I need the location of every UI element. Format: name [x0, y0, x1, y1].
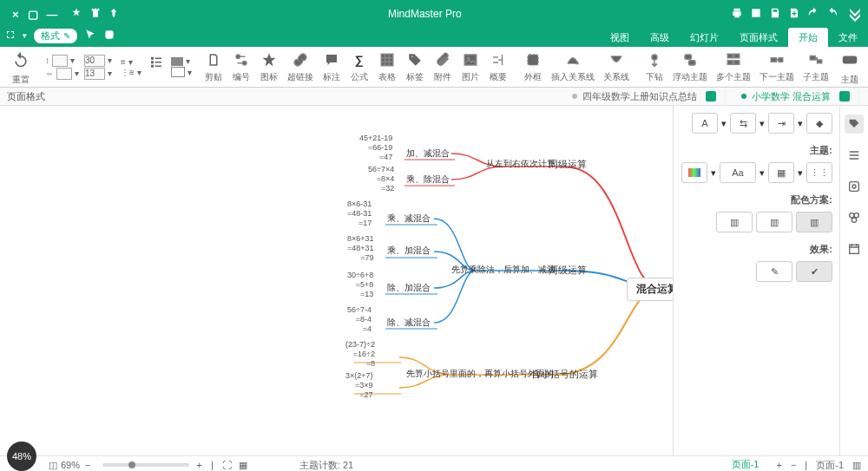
- tab-slideshow[interactable]: 幻灯片: [680, 28, 729, 47]
- ribbon-relation[interactable]: 关系线: [600, 50, 633, 83]
- print-icon[interactable]: [731, 7, 743, 21]
- detail-node[interactable]: 56÷7-4=8-4=4: [347, 305, 372, 333]
- tab-view[interactable]: 视图: [600, 28, 640, 47]
- detail-node[interactable]: (23-7)÷2=16÷2=8: [345, 340, 375, 368]
- chevron-down-icon[interactable]: ▾: [23, 31, 27, 40]
- sub-node[interactable]: 从左到右依次计算: [486, 158, 556, 170]
- close-icon[interactable]: ×: [12, 8, 19, 21]
- target-icon[interactable]: [103, 29, 115, 43]
- scheme-btn[interactable]: ▥: [716, 212, 753, 232]
- ribbon-sub[interactable]: 子主题: [799, 50, 832, 83]
- ribbon-reset[interactable]: 重置: [5, 48, 36, 86]
- undo-icon[interactable]: [826, 7, 838, 21]
- fit-icon[interactable]: ⛶: [222, 460, 232, 470]
- mindmap-root[interactable]: 混合运算: [627, 278, 673, 301]
- redo-icon[interactable]: [807, 7, 819, 21]
- ribbon-topic[interactable]: 主题: [834, 48, 865, 86]
- ribbon-icon[interactable]: 图标: [256, 50, 282, 83]
- theme-more-btn[interactable]: ⋮⋮: [806, 162, 832, 183]
- expand-icon[interactable]: [5, 29, 16, 42]
- pin-icon[interactable]: [108, 8, 119, 20]
- ribbon-next[interactable]: 下一主题: [756, 50, 798, 83]
- close-page-icon[interactable]: −: [791, 460, 796, 470]
- effect-btn[interactable]: ✔: [796, 261, 832, 282]
- panel-font-btn[interactable]: A: [692, 113, 718, 134]
- page-tab[interactable]: 页面-1: [723, 456, 768, 472]
- minimize-icon[interactable]: —: [47, 8, 58, 21]
- ribbon-link[interactable]: 超链接: [284, 50, 317, 83]
- ribbon-number[interactable]: 编号: [228, 50, 254, 83]
- ribbon-note[interactable]: 标注: [319, 50, 345, 83]
- doc-tab-2[interactable]: 小学数学 混合运算: [733, 88, 859, 106]
- ribbon-summary[interactable]: 概要: [485, 50, 511, 83]
- rail-list-icon[interactable]: [845, 146, 864, 165]
- zoom-slider[interactable]: [102, 463, 189, 467]
- doc-tab-1[interactable]: 四年级数学上册知识点总结: [563, 88, 726, 106]
- ribbon-frame[interactable]: 外框: [520, 50, 546, 83]
- ribbon-table[interactable]: 表格: [374, 50, 400, 83]
- panel-indent-btn[interactable]: ⇥: [768, 113, 794, 134]
- ribbon-num-group[interactable]: 30▾ 13▾: [84, 55, 112, 80]
- add-page-icon[interactable]: +: [776, 460, 781, 470]
- detail-node[interactable]: 8×6+31=48+31=79: [347, 234, 374, 262]
- format-pill[interactable]: 格式 ✎: [34, 29, 77, 43]
- tab-pagestyle[interactable]: 页面样式: [729, 28, 788, 47]
- detail-node[interactable]: 45+21-19=66-19=47: [359, 134, 392, 161]
- overview-icon[interactable]: ◫: [49, 460, 57, 471]
- leaf-node[interactable]: 乘、减混合: [387, 213, 431, 225]
- section-effect-label: 效果:: [681, 243, 832, 256]
- canvas[interactable]: 混合运算 同级运算 从左到右依次计算 加、减混合 乘、除混合 45+21-19=…: [0, 106, 673, 455]
- ribbon-float[interactable]: 浮动主题: [669, 50, 711, 83]
- ribbon-multi[interactable]: 多个主题: [713, 50, 754, 83]
- scheme-btn[interactable]: ▥: [756, 212, 792, 232]
- save-icon[interactable]: [769, 7, 781, 21]
- leaf-node[interactable]: 乘、加混合: [387, 245, 431, 257]
- leaf-node[interactable]: 乘、除混合: [406, 173, 450, 186]
- ribbon-size-group[interactable]: ↕▾ ↔▾: [45, 55, 79, 80]
- ribbon-drill[interactable]: 下钻: [641, 50, 667, 83]
- ribbon-insertrel[interactable]: 插入关系线: [548, 50, 598, 83]
- page-list-icon[interactable]: ▥: [852, 460, 861, 471]
- ribbon-outline[interactable]: [143, 52, 169, 82]
- zoom-knob[interactable]: 48%: [7, 442, 36, 471]
- export-icon[interactable]: [750, 7, 762, 21]
- tab-advanced[interactable]: 高级: [640, 28, 680, 47]
- ribbon-clip[interactable]: 剪贴: [201, 50, 227, 83]
- ribbon-formula[interactable]: ∑公式: [346, 50, 372, 83]
- rail-clip-icon[interactable]: [845, 208, 864, 227]
- shirt-icon[interactable]: [89, 7, 102, 21]
- ribbon-list-group[interactable]: ≡▾ ⋮≡▾: [121, 57, 141, 77]
- sub-node[interactable]: 先算小括号里面的，再算小括号外面的: [406, 368, 554, 380]
- grid-icon[interactable]: ▦: [239, 460, 247, 471]
- rail-format-icon[interactable]: [845, 114, 864, 134]
- detail-node[interactable]: 3×(2+7)=3×9=27: [345, 371, 373, 399]
- zoom-in-icon[interactable]: +: [196, 460, 201, 470]
- maximize-icon[interactable]: ▢: [28, 8, 38, 21]
- theme-layout-btn[interactable]: ▦: [768, 162, 794, 183]
- leaf-node[interactable]: 加、减混合: [406, 147, 450, 160]
- ribbon-image[interactable]: 图片: [457, 50, 483, 83]
- ribbon-fill-group[interactable]: ▾ ▾: [171, 56, 192, 77]
- scheme-btn[interactable]: ▥: [796, 212, 832, 232]
- detail-node[interactable]: 30÷6+8=5+8=13: [347, 271, 373, 298]
- pointer-icon[interactable]: [84, 29, 96, 43]
- panel-align-btn[interactable]: ⇆: [730, 113, 756, 134]
- ribbon-attach[interactable]: 附件: [430, 50, 456, 83]
- detail-node[interactable]: 8×6-31=48-31=17: [347, 200, 372, 227]
- sub-node[interactable]: 先算乘除法，后算加、减法: [451, 264, 556, 276]
- detail-node[interactable]: 56÷7×4=8×4=32: [368, 165, 394, 193]
- theme-font-btn[interactable]: Aa: [720, 162, 756, 183]
- theme-color-btn[interactable]: [681, 162, 707, 183]
- theme-icon[interactable]: [70, 7, 82, 21]
- rail-cal-icon[interactable]: [845, 239, 864, 258]
- new-icon[interactable]: [788, 7, 800, 21]
- leaf-node[interactable]: 除、减混合: [387, 317, 431, 329]
- leaf-node[interactable]: 除、加混合: [387, 282, 431, 294]
- tab-file[interactable]: 文件: [828, 28, 868, 47]
- tab-start[interactable]: 开始: [788, 28, 828, 47]
- ribbon-tag[interactable]: 标签: [402, 50, 428, 83]
- zoom-out-icon[interactable]: −: [85, 460, 90, 470]
- effect-btn[interactable]: ✎: [756, 261, 792, 282]
- rail-theme-icon[interactable]: [845, 177, 864, 196]
- panel-fill-btn[interactable]: ◆: [806, 113, 832, 134]
